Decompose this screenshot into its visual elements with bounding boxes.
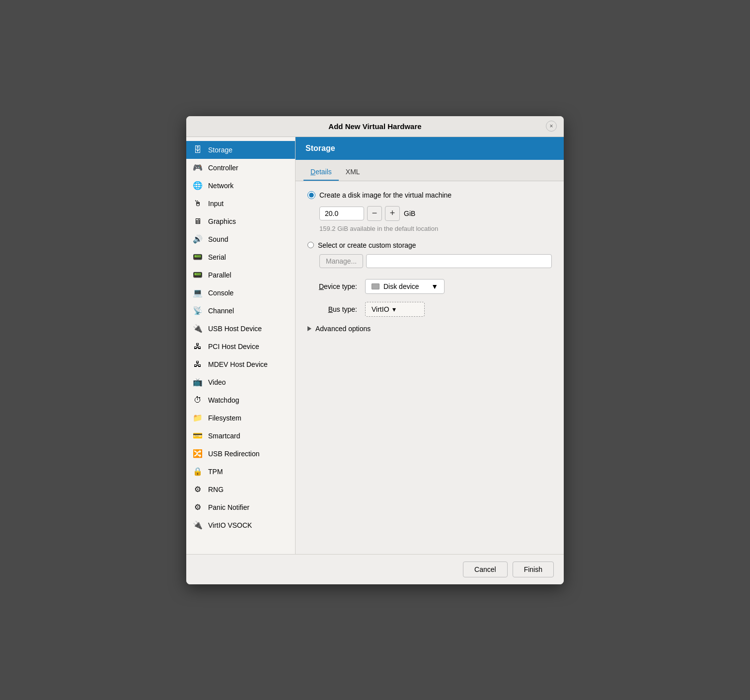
sidebar-item-virtio-vsock[interactable]: 🔌VirtIO VSOCK: [186, 516, 295, 534]
filesystem-icon: 📁: [192, 413, 203, 423]
sidebar-item-smartcard[interactable]: 💳Smartcard: [186, 427, 295, 445]
create-disk-label[interactable]: Create a disk image for the virtual mach…: [319, 191, 451, 199]
main-content: Storage Details XML Create a disk image …: [296, 137, 564, 554]
size-minus-button[interactable]: −: [367, 206, 382, 221]
sidebar-label-storage: Storage: [208, 146, 232, 154]
size-row: − + GiB: [319, 206, 552, 221]
custom-storage-radio[interactable]: [307, 242, 314, 248]
parallel-icon: 📟: [192, 270, 203, 280]
tab-xml[interactable]: XML: [339, 164, 367, 181]
sidebar-item-video[interactable]: 📺Video: [186, 373, 295, 391]
sidebar-item-network[interactable]: 🌐Network: [186, 177, 295, 195]
tabs-bar: Details XML: [296, 160, 564, 181]
section-header: Storage: [296, 137, 564, 160]
size-input[interactable]: [319, 207, 364, 220]
smartcard-icon: 💳: [192, 430, 203, 441]
sidebar-label-pci-host-device: PCI Host Device: [208, 343, 259, 350]
sidebar-item-mdev-host-device[interactable]: 🖧MDEV Host Device: [186, 355, 295, 373]
serial-icon: 📟: [192, 252, 203, 263]
custom-storage-label[interactable]: Select or create custom storage: [318, 241, 416, 249]
dialog-body: 🗄Storage🎮Controller🌐Network🖱Input🖥Graphi…: [186, 137, 564, 554]
sidebar-item-panic-notifier[interactable]: ⚙Panic Notifier: [186, 498, 295, 516]
video-icon: 📺: [192, 377, 203, 388]
sound-icon: 🔊: [192, 234, 203, 245]
sidebar-item-graphics[interactable]: 🖥Graphics: [186, 212, 295, 230]
sidebar-label-virtio-vsock: VirtIO VSOCK: [208, 521, 252, 529]
sidebar-label-console: Console: [208, 289, 233, 297]
sidebar-label-serial: Serial: [208, 253, 226, 261]
sidebar-label-sound: Sound: [208, 235, 228, 243]
sidebar-label-mdev-host-device: MDEV Host Device: [208, 360, 268, 368]
device-type-dropdown[interactable]: Disk device ▼: [365, 279, 445, 294]
storage-path-input[interactable]: [366, 254, 552, 268]
dropdown-arrow-icon: ▼: [431, 282, 438, 290]
sidebar-label-filesystem: Filesystem: [208, 414, 241, 422]
watchdog-icon: ⏱: [192, 395, 203, 406]
sidebar-item-parallel[interactable]: 📟Parallel: [186, 266, 295, 284]
sidebar-label-network: Network: [208, 182, 233, 190]
sidebar-item-serial[interactable]: 📟Serial: [186, 248, 295, 266]
sidebar-label-rng: RNG: [208, 486, 224, 493]
sidebar-label-channel: Channel: [208, 307, 234, 315]
size-unit: GiB: [404, 210, 415, 217]
sidebar: 🗄Storage🎮Controller🌐Network🖱Input🖥Graphi…: [186, 137, 296, 554]
sidebar-label-controller: Controller: [208, 164, 238, 172]
triangle-icon: [307, 326, 311, 331]
bus-type-row: Bus type: VirtIO ▾: [307, 302, 552, 317]
sidebar-item-usb-host-device[interactable]: 🔌USB Host Device: [186, 320, 295, 338]
content-area: Create a disk image for the virtual mach…: [296, 181, 564, 554]
finish-button[interactable]: Finish: [513, 561, 554, 577]
sidebar-label-graphics: Graphics: [208, 217, 236, 225]
input-icon: 🖱: [192, 198, 203, 209]
sidebar-label-usb-redirection: USB Redirection: [208, 450, 260, 458]
sidebar-item-watchdog[interactable]: ⏱Watchdog: [186, 391, 295, 409]
tpm-icon: 🔒: [192, 466, 203, 477]
advanced-options-row[interactable]: Advanced options: [307, 325, 552, 333]
size-plus-button[interactable]: +: [385, 206, 400, 221]
device-type-value: Disk device: [383, 282, 419, 290]
sidebar-item-usb-redirection[interactable]: 🔀USB Redirection: [186, 445, 295, 463]
panic-notifier-icon: ⚙: [192, 502, 203, 513]
sidebar-label-smartcard: Smartcard: [208, 432, 240, 440]
sidebar-label-tpm: TPM: [208, 468, 223, 476]
device-type-label: Device type:: [307, 282, 357, 290]
sidebar-item-rng[interactable]: ⚙RNG: [186, 481, 295, 498]
dialog-title: Add New Virtual Hardware: [328, 122, 421, 131]
sidebar-item-filesystem[interactable]: 📁Filesystem: [186, 409, 295, 427]
dialog-footer: Cancel Finish: [186, 554, 564, 584]
tab-details[interactable]: Details: [303, 164, 339, 181]
network-icon: 🌐: [192, 180, 203, 191]
dialog: Add New Virtual Hardware × 🗄Storage🎮Cont…: [186, 116, 564, 584]
sidebar-item-controller[interactable]: 🎮Controller: [186, 159, 295, 177]
bus-type-dropdown[interactable]: VirtIO ▾: [365, 302, 425, 317]
available-text: 159.2 GiB available in the default locat…: [319, 225, 552, 232]
sidebar-label-input: Input: [208, 200, 224, 208]
sidebar-item-pci-host-device[interactable]: 🖧PCI Host Device: [186, 338, 295, 355]
cancel-button[interactable]: Cancel: [463, 561, 508, 577]
close-button[interactable]: ×: [546, 121, 557, 132]
sidebar-item-storage[interactable]: 🗄Storage: [186, 141, 295, 159]
create-disk-radio-row: Create a disk image for the virtual mach…: [307, 191, 552, 199]
channel-icon: 📡: [192, 305, 203, 316]
create-disk-radio[interactable]: [307, 191, 315, 199]
sidebar-item-sound[interactable]: 🔊Sound: [186, 230, 295, 248]
sidebar-item-input[interactable]: 🖱Input: [186, 195, 295, 212]
usb-host-device-icon: 🔌: [192, 323, 203, 334]
sidebar-item-channel[interactable]: 📡Channel: [186, 302, 295, 320]
bus-type-value: VirtIO: [372, 305, 389, 313]
console-icon: 💻: [192, 287, 203, 298]
manage-button[interactable]: Manage...: [319, 254, 363, 268]
sidebar-item-console[interactable]: 💻Console: [186, 284, 295, 302]
sidebar-item-tpm[interactable]: 🔒TPM: [186, 463, 295, 481]
bus-type-label: Bus type:: [307, 305, 357, 313]
sidebar-label-usb-host-device: USB Host Device: [208, 325, 262, 333]
sidebar-label-parallel: Parallel: [208, 271, 231, 279]
pci-host-device-icon: 🖧: [192, 341, 203, 352]
sidebar-label-panic-notifier: Panic Notifier: [208, 503, 249, 511]
custom-storage-row: Manage...: [319, 254, 552, 268]
advanced-options-label: Advanced options: [315, 325, 371, 333]
custom-storage-radio-row: Select or create custom storage: [307, 241, 552, 249]
controller-icon: 🎮: [192, 162, 203, 173]
sidebar-label-video: Video: [208, 378, 226, 386]
mdev-host-device-icon: 🖧: [192, 359, 203, 370]
